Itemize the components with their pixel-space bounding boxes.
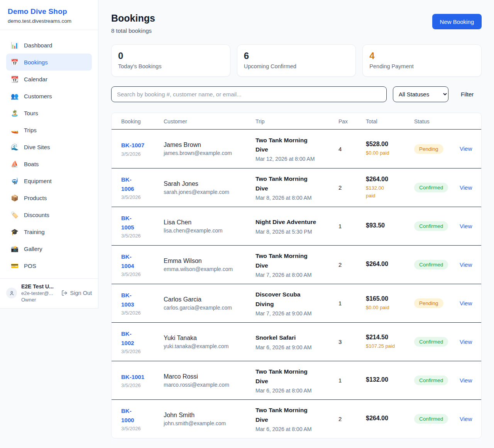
stat-card-pending-payment: 4 Pending Payment — [362, 44, 482, 77]
booking-number-link[interactable]: BK-1007 — [121, 141, 144, 150]
booking-number-link[interactable]: BK-1001 — [121, 372, 144, 381]
view-link[interactable]: View — [460, 145, 472, 152]
view-link[interactable]: View — [460, 223, 472, 229]
search-input[interactable] — [111, 86, 387, 102]
col-header-booking: Booking — [121, 118, 164, 125]
sidebar-item-tours[interactable]: 🏝️ Tours — [6, 104, 92, 121]
customer-name: James Brown — [164, 141, 251, 148]
table-row: BK- 1002 3/5/2026 Yuki Tanaka yuki.tanak… — [112, 322, 481, 361]
col-header-status: Status — [414, 118, 460, 125]
booking-date: 3/5/2026 — [121, 233, 159, 239]
filter-button[interactable]: Filter — [461, 91, 474, 98]
page-title: Bookings — [111, 13, 155, 24]
total-amount: $264.00 — [366, 415, 409, 422]
user-name: E2E Test U... — [21, 283, 54, 290]
training-icon: 🎓 — [11, 228, 19, 236]
customer-email: lisa.chen@example.com — [164, 227, 251, 234]
trip-datetime: Mar 12, 2026 at 8:00 AM — [255, 156, 334, 162]
customer-name: Lisa Chen — [164, 219, 251, 226]
pax-count: 2 — [338, 261, 366, 268]
status-badge: Pending — [414, 144, 443, 154]
status-badge: Confirmed — [414, 337, 448, 347]
col-header-pax: Pax — [338, 118, 366, 125]
table-row: BK- 1006 3/5/2026 Sarah Jones sarah.jone… — [112, 168, 481, 207]
table-row: BK- 1004 3/5/2026 Emma Wilson emma.wilso… — [112, 245, 481, 284]
customer-name: Carlos Garcia — [164, 296, 251, 303]
sign-out-button[interactable]: Sign Out — [61, 290, 92, 296]
sidebar-nav: 📊 Dashboard 📅 Bookings 📆 Calendar 👥 Cust… — [0, 30, 98, 274]
view-link[interactable]: View — [460, 184, 472, 191]
view-link[interactable]: View — [460, 339, 472, 345]
sidebar-item-trips[interactable]: 🚤 Trips — [6, 121, 92, 138]
sign-out-label: Sign Out — [70, 290, 92, 296]
trip-name: Night Dive Adventure — [255, 217, 334, 227]
booking-date: 3/5/2026 — [121, 151, 159, 157]
sidebar-header: Demo Dive Shop demo.test.divestreams.com — [0, 0, 98, 30]
pax-count: 3 — [338, 339, 366, 345]
customer-name: Sarah Jones — [164, 180, 251, 187]
sidebar-item-gallery[interactable]: 📸 Gallery — [6, 240, 92, 257]
col-header-total: Total — [366, 118, 414, 125]
customer-name: John Smith — [164, 412, 251, 419]
paid-amount: $0.00 paid — [366, 149, 409, 157]
table-row: BK- 1005 3/5/2026 Lisa Chen lisa.chen@ex… — [112, 207, 481, 245]
booking-number-link[interactable]: BK- 1002 — [121, 329, 134, 347]
pax-count: 1 — [338, 300, 366, 307]
pax-count: 2 — [338, 184, 366, 191]
main-content: Bookings 8 total bookings New Booking 0 … — [111, 0, 482, 438]
booking-number-link[interactable]: BK- 1003 — [121, 291, 134, 309]
booking-number-link[interactable]: BK- 1004 — [121, 252, 134, 270]
stat-value: 6 — [244, 51, 349, 61]
status-badge: Pending — [414, 298, 443, 308]
view-link[interactable]: View — [460, 300, 472, 307]
trip-datetime: Mar 6, 2026 at 8:00 AM — [255, 387, 334, 394]
paid-amount: $0.00 paid — [366, 304, 409, 312]
sidebar-item-customers[interactable]: 👥 Customers — [6, 88, 92, 104]
customer-email: marco.rossi@example.com — [164, 382, 251, 388]
pax-count: 1 — [338, 377, 366, 384]
trip-datetime: Mar 6, 2026 at 9:00 AM — [255, 344, 334, 350]
status-badge: Confirmed — [414, 414, 448, 424]
stat-card-upcoming-confirmed: 6 Upcoming Confirmed — [237, 44, 356, 77]
pos-icon: 💳 — [11, 262, 19, 269]
sidebar-item-boats[interactable]: ⛵ Boats — [6, 155, 92, 172]
trip-name: Two Tank Morning Dive — [255, 406, 334, 424]
sidebar-item-equipment[interactable]: 🤿 Equipment — [6, 172, 92, 189]
customer-name: Marco Rossi — [164, 373, 251, 380]
sidebar-item-bookings[interactable]: 📅 Bookings — [6, 54, 92, 71]
stat-card-todays-bookings: 0 Today's Bookings — [111, 44, 230, 77]
trip-datetime: Mar 7, 2026 at 9:00 AM — [255, 310, 334, 317]
user-info: E2E Test U... e2e-tester@... Owner — [21, 283, 54, 303]
bookings-table: Booking Customer Trip Pax Total Status B… — [111, 113, 482, 438]
sidebar-item-training[interactable]: 🎓 Training — [6, 223, 92, 240]
user-section: E2E Test U... e2e-tester@... Owner Sign … — [0, 278, 98, 308]
table-header-row: Booking Customer Trip Pax Total Status — [112, 113, 481, 130]
trip-name: Snorkel Safari — [255, 333, 334, 342]
products-icon: 📦 — [11, 194, 19, 202]
sidebar-item-dive-sites[interactable]: 🌊 Dive Sites — [6, 138, 92, 155]
booking-number-link[interactable]: BK- 1006 — [121, 175, 134, 193]
status-badge: Confirmed — [414, 221, 448, 231]
sidebar-item-discounts[interactable]: 🏷️ Discounts — [6, 206, 92, 223]
booking-date: 3/5/2026 — [121, 194, 159, 200]
sidebar-item-calendar[interactable]: 📆 Calendar — [6, 71, 92, 88]
customer-email: carlos.garcia@example.com — [164, 305, 251, 311]
customer-name: Emma Wilson — [164, 258, 251, 264]
booking-number-link[interactable]: BK- 1000 — [121, 406, 134, 424]
sidebar-item-dashboard[interactable]: 📊 Dashboard — [6, 37, 92, 54]
filter-row: All Statuses Filter — [111, 86, 482, 102]
new-booking-button[interactable]: New Booking — [432, 14, 482, 29]
view-link[interactable]: View — [460, 416, 472, 422]
page-header: Bookings 8 total bookings New Booking — [111, 13, 482, 34]
view-link[interactable]: View — [460, 261, 472, 268]
sidebar-item-products[interactable]: 📦 Products — [6, 189, 92, 206]
trip-name: Two Tank Morning Dive — [255, 136, 334, 154]
col-header-actions — [460, 118, 472, 125]
total-amount: $165.00 — [366, 295, 409, 302]
status-filter-select[interactable]: All Statuses — [393, 86, 448, 102]
sidebar-item-pos[interactable]: 💳 POS — [6, 257, 92, 274]
table-row: BK-1007 3/5/2026 James Brown james.brown… — [112, 130, 481, 168]
booking-number-link[interactable]: BK- 1005 — [121, 214, 134, 232]
stat-value: 4 — [369, 51, 475, 61]
view-link[interactable]: View — [460, 377, 472, 384]
